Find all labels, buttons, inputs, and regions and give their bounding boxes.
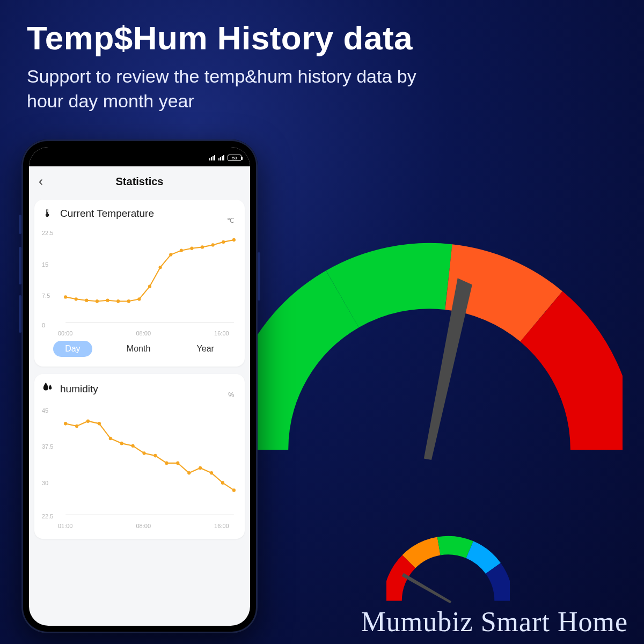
- phone-volume-up: [19, 247, 21, 284]
- svg-point-18: [222, 240, 225, 244]
- period-selector: Day Month Year: [42, 341, 237, 357]
- phone-screen: 58 ‹ Statistics 🌡 Current Temperature ℃ …: [29, 147, 250, 626]
- humidity-card: humidity % 45 37.5 30 22.5 01:00 08:00 1…: [34, 374, 245, 539]
- hero-title: Temp$Hum History data: [27, 19, 413, 57]
- period-year[interactable]: Year: [185, 341, 226, 357]
- x-tick: 00:00: [58, 330, 73, 336]
- svg-point-11: [148, 285, 151, 288]
- svg-point-12: [159, 266, 162, 269]
- temperature-unit: ℃: [227, 217, 234, 224]
- svg-point-21: [64, 422, 67, 426]
- humidity-label: humidity: [60, 383, 98, 395]
- svg-marker-1: [402, 573, 452, 604]
- svg-point-5: [85, 299, 88, 302]
- phone-frame: 58 ‹ Statistics 🌡 Current Temperature ℃ …: [21, 140, 258, 633]
- droplet-icon: [42, 382, 54, 396]
- svg-point-19: [232, 238, 236, 241]
- svg-point-4: [75, 297, 78, 301]
- signal-icon: [209, 155, 215, 160]
- y-tick: 37.5: [42, 443, 53, 450]
- svg-point-35: [221, 481, 224, 485]
- svg-point-14: [180, 249, 183, 252]
- svg-point-28: [142, 451, 145, 455]
- y-tick: 45: [42, 407, 48, 414]
- humidity-chart: 45 37.5 30 22.5 01:00 08:00 16:00: [42, 400, 237, 529]
- temperature-card: 🌡 Current Temperature ℃ 22.5 15 7.5 0 00…: [34, 200, 245, 367]
- svg-point-3: [64, 295, 67, 298]
- signal-icon: [218, 155, 224, 160]
- svg-point-7: [106, 299, 109, 302]
- period-day[interactable]: Day: [53, 341, 92, 357]
- y-tick: 7.5: [42, 292, 50, 299]
- svg-point-29: [153, 454, 157, 458]
- svg-point-8: [116, 299, 120, 303]
- x-tick: 08:00: [136, 330, 151, 336]
- svg-point-17: [211, 243, 215, 246]
- brand-text: Mumubiz Smart Home: [361, 606, 628, 638]
- svg-point-15: [190, 247, 193, 250]
- app-bar: ‹ Statistics: [29, 166, 250, 196]
- temperature-label: Current Temperature: [60, 208, 154, 219]
- svg-point-36: [232, 488, 236, 492]
- y-tick: 30: [42, 480, 48, 486]
- svg-point-33: [199, 466, 202, 470]
- battery-icon: 58: [228, 155, 241, 161]
- y-tick: 22.5: [42, 513, 53, 519]
- x-tick: 01:00: [58, 523, 73, 529]
- y-tick: 22.5: [42, 230, 53, 236]
- phone-volume-down: [19, 295, 21, 333]
- y-tick: 0: [42, 322, 45, 328]
- period-month[interactable]: Month: [115, 341, 162, 357]
- svg-point-32: [187, 471, 191, 475]
- phone-mute-switch: [19, 215, 21, 234]
- svg-point-26: [120, 442, 123, 445]
- back-button[interactable]: ‹: [39, 174, 43, 189]
- page-title: Statistics: [116, 175, 164, 188]
- x-tick: 16:00: [214, 330, 229, 336]
- thermometer-icon: 🌡: [42, 207, 54, 219]
- svg-point-31: [176, 462, 179, 465]
- x-tick: 08:00: [136, 523, 151, 529]
- temperature-chart: 22.5 15 7.5 0 00:00 08:00 16:00: [42, 224, 237, 336]
- svg-point-23: [86, 419, 90, 423]
- svg-point-27: [131, 444, 135, 448]
- phone-power-button: [258, 252, 260, 301]
- svg-point-16: [201, 245, 204, 248]
- svg-point-10: [137, 297, 141, 301]
- svg-point-22: [75, 425, 78, 428]
- svg-point-34: [210, 471, 213, 475]
- svg-point-9: [127, 299, 130, 303]
- svg-point-6: [96, 299, 99, 303]
- x-tick: 16:00: [214, 523, 229, 529]
- svg-point-30: [165, 462, 168, 465]
- y-tick: 15: [42, 261, 48, 268]
- svg-point-24: [98, 422, 101, 426]
- phone-notch: [76, 147, 204, 163]
- svg-point-13: [169, 253, 172, 256]
- hero-subtitle: Support to review the temp&hum history d…: [27, 64, 435, 114]
- svg-point-25: [109, 437, 112, 441]
- humidity-unit: %: [228, 391, 234, 399]
